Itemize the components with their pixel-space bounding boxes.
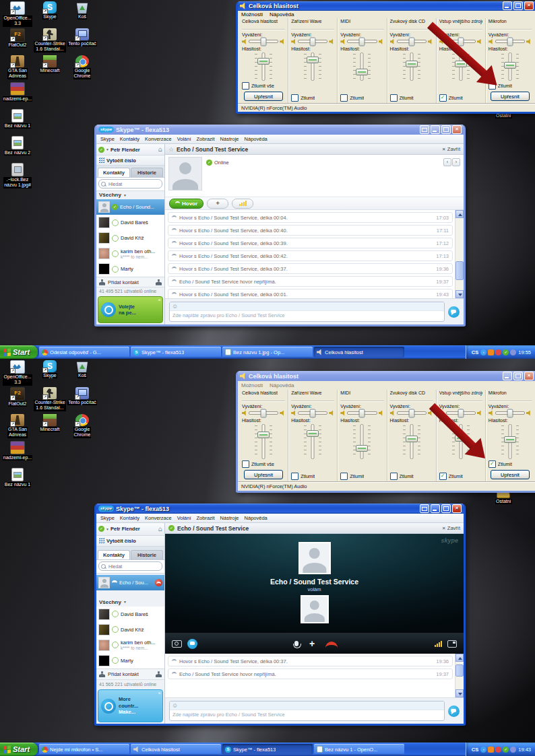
advanced-button[interactable]: Upřesnit	[491, 92, 530, 101]
balance-thumb[interactable]	[507, 37, 513, 46]
update-icon[interactable]	[488, 349, 494, 355]
balance-thumb[interactable]	[408, 409, 414, 417]
update-icon[interactable]	[488, 747, 494, 753]
mute-checkbox[interactable]: ✓Ztlumit	[439, 94, 482, 102]
minimize-button[interactable]	[503, 372, 512, 380]
skype-status-icon[interactable]: ✓	[503, 349, 509, 355]
close-button[interactable]: ×	[452, 504, 462, 513]
scroll-down-icon[interactable]	[455, 689, 464, 697]
tab-historie[interactable]: Historie	[131, 168, 163, 177]
volume-slider[interactable]	[489, 53, 532, 81]
volume-thumb[interactable]	[356, 445, 368, 452]
video-button[interactable]	[172, 640, 182, 648]
send-message-button[interactable]	[448, 706, 460, 717]
advanced-button[interactable]: Upřesnit	[244, 470, 283, 479]
balance-slider[interactable]	[347, 40, 377, 43]
desktop-icon-openoffice[interactable]: ↗OpenOffice... 3.3	[1, 1, 34, 28]
volume-thumb[interactable]	[307, 57, 319, 63]
mute-checkbox[interactable]: Ztlumit	[390, 94, 433, 102]
taskbar-button[interactable]: SSkype™ - flexa513	[131, 347, 221, 357]
hide-chevron-icon[interactable]: ‹	[480, 349, 486, 355]
mute-checkbox[interactable]: Ztlumit	[291, 94, 334, 102]
menu-item[interactable]: Nástroje	[220, 136, 239, 142]
mute-checkbox[interactable]: Ztlumit	[340, 94, 383, 102]
menu-napoveda[interactable]: Nápověda	[270, 382, 294, 388]
volume-slider[interactable]	[340, 424, 383, 459]
contact-row[interactable]: David Bareš	[96, 607, 164, 622]
scrollbar-thumb[interactable]	[455, 664, 464, 677]
menu-moznosti[interactable]: Možnosti	[241, 382, 263, 388]
menu-item[interactable]: Skype	[100, 136, 115, 142]
contact-row[interactable]: David Kříž	[96, 622, 164, 638]
contacts-group-header[interactable]: Všechny ▼	[96, 191, 164, 199]
desktop-icon-chrome[interactable]: ↗Google Chrome	[66, 414, 98, 441]
desktop-icon-skype[interactable]: S↗Skype	[34, 1, 66, 28]
contact-row[interactable]: Marty	[96, 653, 164, 668]
contact-row[interactable]: Marty	[96, 261, 164, 277]
balance-thumb[interactable]	[310, 409, 316, 417]
desktop-icon-openoffice[interactable]: ↗OpenOffice... 3.3	[1, 360, 34, 387]
message-input[interactable]: ☺ Zde napište zprávu pro Echo / Sound Te…	[169, 701, 445, 721]
desktop-icon-minecraft[interactable]: ↗Minecraft	[34, 55, 66, 82]
taskbar-button[interactable]: Nejde mi mikrofon • S...	[39, 744, 129, 755]
balance-thumb[interactable]	[458, 409, 464, 417]
home-icon[interactable]: ⌂	[158, 146, 162, 153]
volume-thumb[interactable]	[307, 430, 319, 437]
call-quality-button[interactable]	[232, 199, 253, 209]
start-button[interactable]: Start	[0, 743, 38, 756]
active-call-contact[interactable]: Echo / Sou...	[96, 575, 164, 590]
close-conversation-button[interactable]: × Zavřít	[442, 146, 460, 152]
desktop-icon-cs[interactable]: ↗Counter-Strike 1.6 Standal...	[34, 387, 66, 414]
volume-thumb[interactable]	[257, 58, 270, 65]
ad-banner[interactable]: × Volejte na pe...	[98, 296, 163, 323]
search-input[interactable]	[107, 181, 160, 187]
desktop-icon-trash[interactable]: Koš	[66, 1, 98, 28]
balance-thumb[interactable]	[359, 409, 365, 417]
desktop-icon-minecraft[interactable]: ↗Minecraft	[34, 414, 66, 441]
ad-banner[interactable]: × More countr... Make...	[98, 689, 163, 722]
balance-thumb[interactable]	[408, 37, 414, 46]
volume-muted-icon[interactable]	[495, 747, 501, 753]
mute-checkbox[interactable]: Ztlumit	[340, 473, 383, 480]
balance-slider[interactable]	[347, 411, 377, 415]
balance-thumb[interactable]	[458, 37, 464, 46]
scrollbar[interactable]	[455, 210, 464, 298]
menu-napoveda[interactable]: Nápověda	[270, 11, 294, 18]
mixer-titlebar[interactable]: Celková hlasitost ×	[238, 371, 535, 381]
mute-checkbox[interactable]: Ztlumit vše	[242, 460, 285, 468]
desktop-icon-rar[interactable]: nadzemi-ep...	[1, 82, 34, 109]
scroll-down-icon[interactable]	[455, 290, 464, 298]
desktop-icon-trash[interactable]: Koš	[66, 360, 98, 387]
compact-view-button[interactable]	[420, 125, 429, 134]
banner-close-icon[interactable]: ×	[158, 691, 161, 696]
call-quality-icon[interactable]	[435, 641, 442, 647]
end-call-icon[interactable]	[155, 579, 162, 586]
volume-slider[interactable]	[439, 424, 482, 459]
mute-checkbox[interactable]: ✓Ztlumit	[489, 460, 532, 468]
volume-slider[interactable]	[390, 53, 433, 81]
desktop-icon-lock[interactable]: .~lock.Bez názvu 1.jpg#	[1, 163, 34, 190]
mute-mic-button[interactable]	[294, 641, 298, 646]
volume-thumb[interactable]	[504, 436, 516, 443]
contact-row[interactable]: ✓Echo / Sound...	[96, 199, 164, 215]
balance-thumb[interactable]	[359, 37, 365, 46]
desktop-icon-computer[interactable]: ↗Tento počítač	[66, 28, 98, 55]
menu-item[interactable]: Konverzace	[145, 136, 172, 142]
desktop-icon-skype[interactable]: S↗Skype	[34, 360, 66, 387]
volume-muted-icon[interactable]	[495, 349, 501, 355]
balance-thumb[interactable]	[261, 409, 267, 417]
mute-checkbox[interactable]: Ztlumit	[390, 473, 433, 480]
scroll-up-icon[interactable]	[455, 654, 464, 662]
tab-kontakty[interactable]: Kontakty	[98, 550, 130, 559]
advanced-button[interactable]: Upřesnit	[244, 92, 283, 101]
volume-slider[interactable]	[390, 424, 433, 459]
menu-item[interactable]: Zobrazit	[197, 515, 215, 521]
volume-slider[interactable]	[439, 53, 482, 81]
maximize-button[interactable]	[513, 372, 523, 380]
user-status-row[interactable]: ✓ ▼ Petr Flender ⌂	[96, 144, 164, 156]
balance-thumb[interactable]	[310, 37, 316, 46]
balance-slider[interactable]	[495, 411, 525, 415]
close-conversation-button[interactable]: × Zavřít	[442, 525, 460, 531]
volume-slider[interactable]	[291, 424, 334, 459]
balance-thumb[interactable]	[507, 409, 513, 417]
